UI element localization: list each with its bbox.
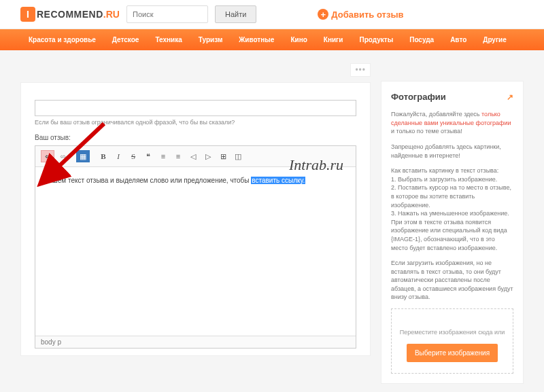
link-icon[interactable]: ⇔ (41, 150, 54, 162)
add-review-link[interactable]: + Добавить отзыв (318, 9, 403, 20)
editor-selection: вставить ссылку. (251, 177, 305, 184)
numbered-list-icon[interactable]: ≡ (171, 150, 185, 162)
howto-step: 2. Поставить курсор на то место в отзыве… (391, 183, 513, 209)
howto-step: 1. Выбрать и загрузить изображение. (391, 175, 513, 184)
nav-item[interactable]: Другие (475, 29, 515, 50)
editor-text: Пишем текст отзыва и выделяем слово или … (44, 177, 251, 184)
body-label: Ваш отзыв: (35, 134, 356, 141)
editor-frame: ⇔ ⇎ ▦ B I S ❝ ≡ ≡ ◁ ▷ ⊞ ◫ Пише (35, 145, 356, 349)
editor-toolbar: ⇔ ⇎ ▦ B I S ❝ ≡ ≡ ◁ ▷ ⊞ ◫ (35, 146, 356, 167)
sidebar-note-3: Если загрузить изображения, но не вставл… (391, 259, 513, 302)
logo-text: RECOMMEND (37, 9, 103, 20)
editor-status-bar: body p (35, 336, 356, 348)
more-menu-icon[interactable]: ••• (350, 63, 371, 77)
sidebar-howto: Как вставить картинку в текст отзыва: 1.… (391, 166, 513, 252)
photo-icon[interactable]: ▦ (76, 150, 90, 162)
actions-bar: ••• (20, 60, 371, 82)
nav-item[interactable]: Книги (316, 29, 352, 50)
bold-button[interactable]: B (97, 150, 110, 162)
nav-item[interactable]: Красота и здоровье (20, 29, 104, 50)
italic-button[interactable]: I (112, 150, 125, 162)
logo-badge-icon: I (20, 7, 35, 22)
nav-item[interactable]: Продукты (351, 29, 401, 50)
choose-images-button[interactable]: Выберите изображения (407, 344, 498, 362)
site-header: I RECOMMEND.RU Найти + Добавить отзыв (0, 0, 544, 29)
sb-text: Пожалуйста, добавляйте здесь (391, 111, 481, 118)
title-hint: Если бы ваш отзыв ограничивался одной фр… (35, 119, 356, 126)
expand-icon[interactable]: ↗ (507, 92, 513, 103)
nav-item[interactable]: Техника (147, 29, 190, 50)
table-icon[interactable]: ⊞ (216, 150, 230, 162)
content-wrapper: ••• Если бы ваш отзыв ограничивался одно… (0, 50, 544, 384)
nav-item[interactable]: Авто (442, 29, 475, 50)
add-review-label: Добавить отзыв (331, 10, 403, 20)
nav-item[interactable]: Кино (282, 29, 315, 50)
search-input[interactable] (126, 5, 208, 23)
nav-item[interactable]: Посуда (401, 29, 442, 50)
logo-suffix: .RU (103, 9, 120, 20)
strike-button[interactable]: S (126, 150, 140, 162)
editor-body[interactable]: Пишем текст отзыва и выделяем слово или … (35, 167, 356, 336)
upload-dropzone[interactable]: Переместите изображения сюда или Выберит… (391, 308, 513, 374)
outdent-icon[interactable]: ◁ (186, 150, 200, 162)
photos-sidebar: Фотографии ↗ Пожалуйста, добавляйте здес… (381, 81, 524, 384)
sb-text: и только по теме отзыва! (391, 128, 462, 135)
search-button[interactable]: Найти (215, 5, 256, 23)
bulleted-list-icon[interactable]: ≡ (156, 150, 170, 162)
main-nav: Красота и здоровье Детское Техника Туриз… (0, 29, 544, 50)
howto-title: Как вставить картинку в текст отзыва: (391, 166, 513, 175)
nav-item[interactable]: Туризм (190, 29, 231, 50)
plus-icon: + (318, 9, 328, 20)
nav-item[interactable]: Детское (104, 29, 148, 50)
source-icon[interactable]: ◫ (231, 150, 245, 162)
review-form: Если бы ваш отзыв ограничивался одной фр… (20, 82, 371, 356)
unlink-icon[interactable]: ⇎ (56, 150, 69, 162)
howto-step: 3. Нажать на уменьшенное изображение. Пр… (391, 209, 513, 252)
quote-icon[interactable]: ❝ (141, 150, 155, 162)
sidebar-note-2: Запрещено добавлять здесь картинки, найд… (391, 143, 513, 160)
sidebar-note-1: Пожалуйста, добавляйте здесь только сдел… (391, 110, 513, 136)
logo[interactable]: I RECOMMEND.RU (20, 7, 120, 22)
nav-item[interactable]: Животные (231, 29, 282, 50)
main-column: ••• Если бы ваш отзыв ограничивался одно… (20, 60, 371, 356)
dropzone-hint: Переместите изображения сюда или (398, 328, 506, 337)
sidebar-title: Фотографии ↗ (391, 91, 513, 103)
indent-icon[interactable]: ▷ (201, 150, 215, 162)
review-title-input[interactable] (35, 100, 356, 116)
sidebar-title-text: Фотографии (391, 91, 446, 103)
